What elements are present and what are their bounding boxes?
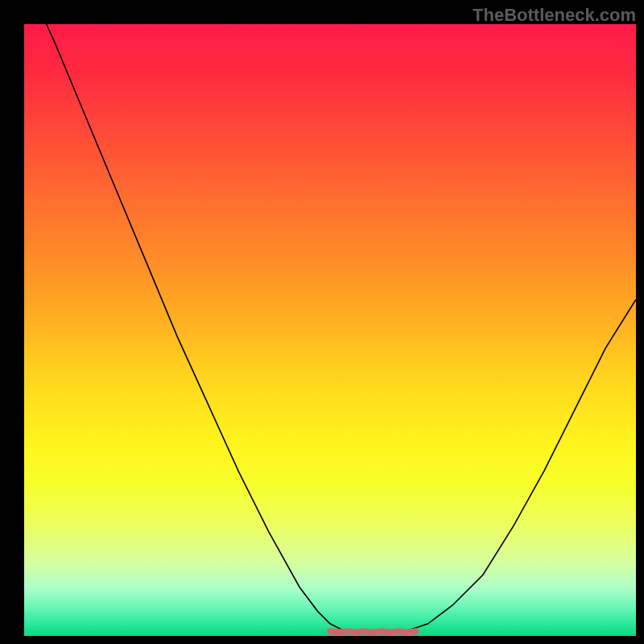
plot-area — [24, 24, 636, 636]
chart-svg — [24, 24, 636, 636]
watermark-text: TheBottleneck.com — [473, 5, 636, 26]
trough-highlight — [330, 631, 415, 633]
bottleneck-curve — [24, 24, 636, 633]
